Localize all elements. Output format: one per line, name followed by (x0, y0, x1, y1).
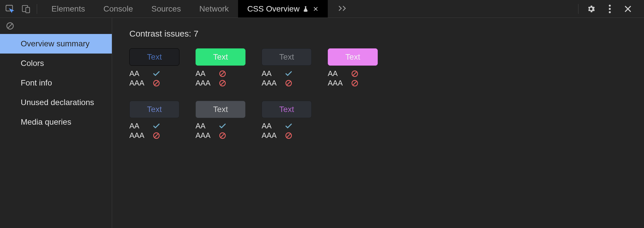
contrast-swatch[interactable]: TextAAAAA (262, 48, 312, 88)
swatch-row: TextAAAAATextAAAAATextAAAAA (129, 101, 627, 140)
aa-label: AA (195, 69, 218, 78)
swatch-sample: Text (195, 101, 246, 118)
svg-rect-2 (26, 7, 30, 13)
tab-label: CSS Overview (247, 4, 300, 14)
swatch-row: TextAAAAATextAAAAATextAAAAATextAAAAA (129, 48, 627, 88)
fail-icon (152, 132, 160, 140)
aaa-label: AAA (328, 79, 351, 88)
check-icon (152, 122, 160, 130)
toolbar-divider (578, 4, 578, 14)
contrast-swatch[interactable]: TextAAAAA (195, 101, 246, 140)
svg-point-3 (609, 5, 611, 7)
close-tab-icon[interactable] (313, 6, 319, 12)
check-icon (285, 122, 293, 130)
sidebar-item[interactable]: Media queries (0, 112, 112, 132)
inspect-icon[interactable] (5, 3, 16, 14)
swatch-ratings: AAAAA (195, 69, 246, 88)
contrast-swatch[interactable]: TextAAAAA (328, 48, 378, 88)
swatch-ratings: AAAAA (262, 69, 312, 88)
heading-prefix: Contrast issues: (129, 29, 193, 38)
section-heading: Contrast issues: 7 (129, 29, 627, 39)
swatch-ratings: AAAAA (328, 69, 378, 88)
contrast-swatch[interactable]: TextAAAAA (129, 48, 179, 88)
aaa-label: AAA (195, 131, 218, 140)
swatch-text: Text (147, 105, 162, 114)
tab-sources[interactable]: Sources (142, 0, 190, 18)
sidebar-item[interactable]: Unused declarations (0, 93, 112, 112)
swatch-text: Text (279, 52, 294, 62)
aa-label: AA (195, 121, 218, 130)
contrast-swatch[interactable]: TextAAAAA (129, 101, 179, 140)
fail-icon (218, 70, 227, 78)
settings-icon[interactable] (586, 4, 596, 14)
swatch-sample: Text (262, 48, 312, 66)
experimental-icon (302, 5, 309, 13)
check-icon (152, 70, 160, 78)
aa-label: AA (129, 69, 152, 78)
tab-network[interactable]: Network (190, 0, 238, 18)
check-icon (285, 70, 293, 78)
device-toggle-icon[interactable] (21, 3, 32, 14)
tab-console[interactable]: Console (94, 0, 142, 18)
fail-icon (218, 132, 227, 140)
svg-point-4 (609, 8, 611, 10)
fail-icon (285, 132, 293, 140)
fail-icon (285, 79, 293, 87)
swatch-ratings: AAAAA (195, 121, 246, 140)
fail-icon (351, 70, 359, 78)
aa-label: AA (262, 69, 285, 78)
toolbar-right (584, 4, 639, 14)
toolbar-divider (37, 4, 37, 14)
sidebar-item-label: Colors (21, 59, 44, 68)
sidebar-item-label: Overview summary (21, 39, 90, 48)
devtools-tabbar: Elements Console Sources Network CSS Ove… (0, 0, 644, 18)
contrast-swatch-grid: TextAAAAATextAAAAATextAAAAATextAAAAAText… (129, 48, 627, 140)
sidebar-item-label: Font info (21, 78, 52, 88)
sidebar-item[interactable]: Overview summary (0, 34, 112, 54)
swatch-text: Text (147, 52, 162, 62)
aaa-label: AAA (195, 79, 218, 88)
swatch-text: Text (213, 52, 228, 62)
kebab-menu-icon[interactable] (608, 4, 611, 14)
swatch-sample: Text (328, 48, 378, 66)
swatch-text: Text (279, 105, 294, 114)
swatch-sample: Text (129, 48, 179, 66)
clear-overview-icon[interactable] (6, 22, 14, 30)
aa-label: AA (129, 121, 152, 130)
aa-label: AA (328, 69, 351, 78)
swatch-ratings: AAAAA (129, 121, 179, 140)
sidebar-item-label: Media queries (21, 117, 71, 127)
more-tabs-icon[interactable] (333, 5, 353, 12)
contrast-swatch[interactable]: TextAAAAA (262, 101, 312, 140)
swatch-ratings: AAAAA (262, 121, 312, 140)
tab-elements[interactable]: Elements (42, 0, 94, 18)
sidebar-item-label: Unused declarations (21, 98, 94, 107)
issue-count: 7 (193, 29, 198, 38)
panel-tabs: Elements Console Sources Network CSS Ove… (42, 0, 328, 18)
aaa-label: AAA (129, 79, 152, 88)
swatch-sample: Text (195, 48, 246, 66)
swatch-text: Text (213, 105, 228, 114)
contrast-swatch[interactable]: TextAAAAA (195, 48, 246, 88)
sidebar-item[interactable]: Colors (0, 54, 112, 73)
close-devtools-icon[interactable] (624, 5, 632, 13)
aaa-label: AAA (262, 79, 285, 88)
tab-css-overview[interactable]: CSS Overview (238, 0, 328, 18)
fail-icon (218, 79, 227, 87)
aaa-label: AAA (129, 131, 152, 140)
fail-icon (152, 79, 160, 87)
aa-label: AA (262, 121, 285, 130)
swatch-sample: Text (129, 101, 179, 118)
fail-icon (351, 79, 359, 87)
swatch-ratings: AAAAA (129, 69, 179, 88)
sidebar-item[interactable]: Font info (0, 73, 112, 93)
swatch-sample: Text (262, 101, 312, 118)
css-overview-main: Contrast issues: 7 TextAAAAATextAAAAATex… (112, 18, 644, 228)
css-overview-sidebar: Overview summaryColorsFont infoUnused de… (0, 18, 112, 228)
aaa-label: AAA (262, 131, 285, 140)
check-icon (218, 122, 227, 130)
swatch-text: Text (345, 52, 360, 62)
svg-point-5 (609, 11, 611, 13)
